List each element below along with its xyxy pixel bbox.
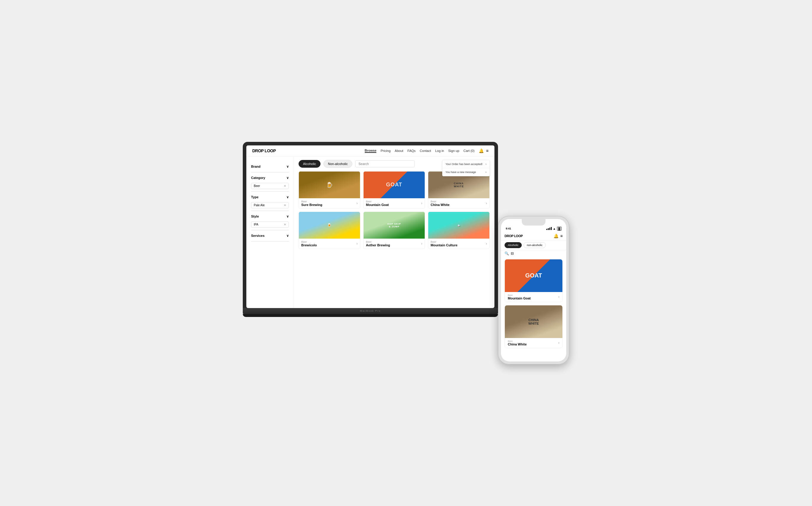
mobile-time: 9:41 <box>506 227 511 230</box>
mobile-product-list: GOAT Beer Mountain Goat › CHINAWHITE <box>501 257 566 361</box>
remove-category-filter[interactable]: ✕ <box>284 184 286 187</box>
notification-panel: Your Order has been accepted! › You have… <box>442 160 490 176</box>
filter-style-label[interactable]: Style ∨ <box>251 214 289 220</box>
mobile-card-mountain-goat[interactable]: GOAT Beer Mountain Goat › <box>505 259 563 302</box>
product-image-sure: 🍺 <box>299 172 360 198</box>
laptop-brand: MacBook Pro <box>360 310 381 312</box>
mobile-alcoholic-tab[interactable]: Alcoholic <box>505 242 522 248</box>
signal-icon <box>546 227 552 230</box>
web-navbar: DROP LOOP Browse Pricing About FAQs Cont… <box>246 146 494 156</box>
notif-message[interactable]: You have a new message › <box>443 168 489 176</box>
nav-login[interactable]: Log in <box>435 149 444 153</box>
nav-contact[interactable]: Contact <box>420 149 431 153</box>
laptop-body: DROP LOOP Browse Pricing About FAQs Cont… <box>243 142 498 308</box>
filter-services-label[interactable]: Services ∨ <box>251 233 289 239</box>
mobile-logo: DROP LOOP <box>505 234 523 238</box>
mobile-body: 9:41 ▲ ▓ DROP LOOP 🔔 <box>498 216 569 364</box>
mobile-img-goat: GOAT <box>505 259 562 292</box>
remove-type-filter[interactable]: ✕ <box>284 203 286 207</box>
menu-icon[interactable]: ≡ <box>486 148 488 153</box>
chevron-right-icon: › <box>356 242 358 246</box>
filter-icon[interactable]: ⊟ <box>511 251 514 256</box>
filter-style-tag: IPA ✕ <box>251 222 289 228</box>
product-card-sure-brewing[interactable]: 🍺 Beer Sure Brewing › <box>298 171 360 208</box>
filter-type-label[interactable]: Type ∨ <box>251 194 289 200</box>
filter-brand-label[interactable]: Brand ∨ <box>251 164 289 170</box>
nav-pricing[interactable]: Pricing <box>380 149 390 153</box>
laptop-foot <box>243 314 498 317</box>
filter-style: Style ∨ IPA ✕ <box>251 211 289 230</box>
mobile-status-bar: 9:41 ▲ ▓ <box>501 226 566 232</box>
laptop-base: MacBook Pro <box>243 308 498 314</box>
nav-signup[interactable]: Sign up <box>448 149 459 153</box>
mobile-phone: 9:41 ▲ ▓ DROP LOOP 🔔 <box>498 216 569 364</box>
mobile-search-row: 🔍 ⊟ <box>501 250 566 257</box>
notif-order[interactable]: Your Order has been accepted! › <box>443 160 489 168</box>
product-info-brewicolo: Beer Brewicolo › <box>299 239 360 249</box>
chevron-right-icon: › <box>421 201 422 205</box>
chevron-down-icon: ∨ <box>286 165 289 169</box>
product-card-mountain-goat[interactable]: GOAT Beer Mountain Goat › <box>363 171 425 208</box>
product-info-china-white: Beer China White › <box>428 198 489 208</box>
filter-category: Category ∨ Beer ✕ <box>251 172 289 192</box>
web-nav-links: Browse Pricing About FAQs Contact Log in… <box>365 149 474 153</box>
laptop-screen: DROP LOOP Browse Pricing About FAQs Cont… <box>246 146 494 308</box>
remove-style-filter[interactable]: ✕ <box>284 223 286 226</box>
nav-browse[interactable]: Browse <box>365 149 377 153</box>
chevron-down-icon: ∨ <box>286 195 289 199</box>
product-card-mountain-culture[interactable]: 🏔️ Beer Mountain Culture › <box>428 212 490 249</box>
product-card-china-white[interactable]: CHINAWHITE Beer China White › <box>428 171 490 208</box>
scene: DROP LOOP Browse Pricing About FAQs Cont… <box>243 142 569 364</box>
chevron-down-icon: ∨ <box>286 215 289 219</box>
product-info-mountain-culture: Beer Mountain Culture › <box>428 239 489 249</box>
mobile-info-china-white: Beer China White › <box>505 338 562 348</box>
web-nav-icons: 🔔 ≡ <box>479 148 488 153</box>
chevron-right-icon: › <box>421 242 422 246</box>
filter-type-tag: Pale Ale ✕ <box>251 202 289 208</box>
mobile-card-china-white[interactable]: CHINAWHITE Beer China White › <box>505 305 563 348</box>
product-info-goat: Beer Mountain Goat › <box>364 198 425 208</box>
mobile-tabs: Alcoholic non-alcoholic <box>501 240 566 250</box>
bell-icon[interactable]: 🔔 <box>553 234 558 238</box>
mobile-non-alcoholic-tab[interactable]: non-alcoholic <box>524 242 546 248</box>
filter-category-label[interactable]: Category ∨ <box>251 175 289 181</box>
product-grid: 🍺 Beer Sure Brewing › G <box>298 171 490 249</box>
web-content: Brand ∨ Category ∨ Beer ✕ <box>246 156 494 308</box>
filter-category-tag: Beer ✕ <box>251 183 289 189</box>
chevron-right-icon: › <box>486 242 487 246</box>
bell-icon[interactable]: 🔔 <box>479 148 484 153</box>
product-info-aether: Beer Aether Brewing › <box>364 239 425 249</box>
laptop: DROP LOOP Browse Pricing About FAQs Cont… <box>243 142 498 344</box>
web-sidebar: Brand ∨ Category ∨ Beer ✕ <box>246 156 294 308</box>
mobile-info-goat: Beer Mountain Goat › <box>505 292 562 302</box>
product-image-goat: GOAT <box>364 172 425 198</box>
web-main: Alcoholic Non-alcoholic Your Order has b… <box>294 156 494 308</box>
product-card-brewicolo[interactable]: 🍺 Beer Brewicolo › <box>298 212 360 249</box>
chevron-right-icon: › <box>356 201 358 205</box>
product-image-mountain-culture: 🏔️ <box>428 212 489 239</box>
product-card-aether[interactable]: HOP SKIP& JUMP Beer Aether Brewing › <box>363 212 425 249</box>
search-icon[interactable]: 🔍 <box>505 251 509 256</box>
filter-services: Services ∨ <box>251 230 289 242</box>
chevron-right-icon: › <box>558 341 559 345</box>
chevron-right-icon: › <box>558 295 559 299</box>
chevron-right-icon: › <box>485 171 486 174</box>
chevron-down-icon: ∨ <box>286 176 289 180</box>
nav-cart[interactable]: Cart (0) <box>464 149 474 153</box>
product-image-brewicolo: 🍺 <box>299 212 360 239</box>
menu-icon[interactable]: ≡ <box>560 234 563 238</box>
alcoholic-tab[interactable]: Alcoholic <box>298 160 321 168</box>
mobile-img-china-white: CHINAWHITE <box>505 306 562 338</box>
chevron-right-icon: › <box>486 201 487 205</box>
battery-icon: ▓ <box>557 227 561 231</box>
nav-about[interactable]: About <box>395 149 403 153</box>
chevron-right-icon: › <box>485 163 486 166</box>
mobile-navbar: DROP LOOP 🔔 ≡ <box>501 232 566 240</box>
product-info-sure: Beer Sure Brewing › <box>299 198 360 208</box>
mobile-screen: 9:41 ▲ ▓ DROP LOOP 🔔 <box>501 219 566 361</box>
nav-faqs[interactable]: FAQs <box>408 149 416 153</box>
browse-header: Alcoholic Non-alcoholic Your Order has b… <box>298 160 490 168</box>
non-alcoholic-tab[interactable]: Non-alcoholic <box>324 160 352 168</box>
search-input[interactable] <box>355 160 415 167</box>
mobile-notch <box>522 219 545 226</box>
